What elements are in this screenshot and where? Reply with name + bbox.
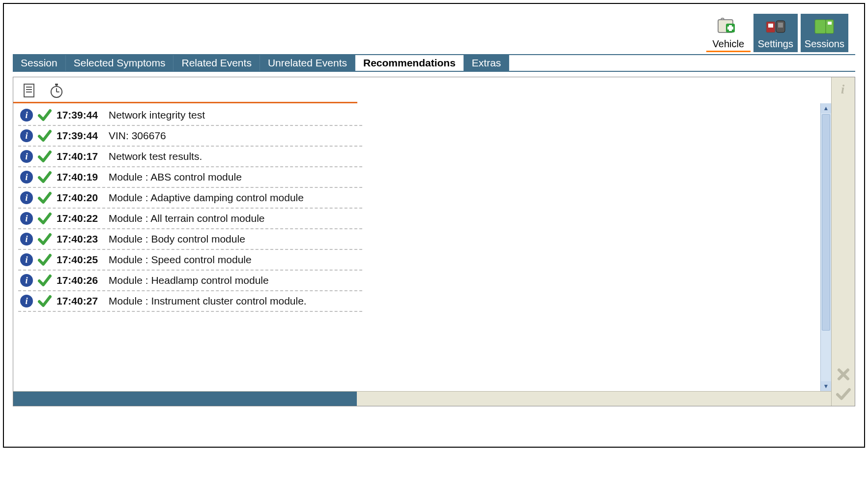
tab-unrelated-events[interactable]: Unrelated Events (260, 55, 355, 71)
status-check-icon (38, 232, 52, 246)
results-header (13, 77, 357, 103)
log-row[interactable]: i17:40:20Module : Adaptive damping contr… (18, 188, 362, 209)
status-check-icon (38, 150, 52, 163)
vehicle-diagnostic-icon (717, 16, 740, 37)
module-tab-label: Settings (758, 38, 793, 50)
log-time: 17:40:26 (57, 275, 104, 286)
results-list-wrap: i17:39:44Network integrity testi17:39:44… (13, 103, 831, 391)
info-icon[interactable]: i (20, 150, 33, 163)
sessions-icon (813, 16, 836, 37)
svg-rect-10 (828, 22, 832, 25)
log-description: Module : Speed control module (109, 254, 360, 266)
info-icon[interactable]: i (20, 253, 33, 266)
tab-recommendations[interactable]: Recommendations (355, 55, 464, 71)
module-tab-strip: Vehicle Settings Sessions (13, 14, 855, 52)
module-tab-vehicle[interactable]: Vehicle (706, 14, 751, 52)
log-time: 17:39:44 (57, 130, 104, 142)
info-icon[interactable]: i (20, 129, 33, 142)
work-area: i17:39:44Network integrity testi17:39:44… (13, 77, 855, 406)
info-icon[interactable]: i (20, 274, 33, 287)
log-time: 17:40:22 (57, 213, 104, 224)
log-row[interactable]: i17:39:44VIN: 306676 (18, 126, 362, 147)
log-row[interactable]: i17:40:27Module : Instrument cluster con… (18, 291, 362, 312)
tab-bar-spacer (509, 55, 855, 71)
svg-rect-8 (815, 20, 826, 33)
stopwatch-icon (50, 82, 63, 99)
info-icon[interactable]: i (20, 109, 33, 122)
svg-text:i: i (841, 83, 845, 95)
log-row[interactable]: i17:40:25Module : Speed control module (18, 250, 362, 271)
tab-selected-symptoms[interactable]: Selected Symptoms (66, 55, 174, 71)
tab-session[interactable]: Session (13, 55, 66, 71)
log-row[interactable]: i17:39:44Network integrity test (18, 105, 362, 126)
status-check-icon (38, 253, 52, 267)
main-tab-bar: Session Selected Symptoms Related Events… (13, 54, 855, 72)
document-icon (22, 83, 36, 98)
status-check-icon (38, 294, 52, 308)
scroll-down-arrow-icon[interactable]: ▼ (821, 381, 831, 391)
log-row[interactable]: i17:40:22Module : All terrain control mo… (18, 209, 362, 229)
module-tab-settings[interactable]: Settings (753, 14, 798, 52)
tab-extras[interactable]: Extras (464, 55, 510, 71)
log-description: VIN: 306676 (109, 130, 360, 142)
log-time: 17:40:17 (57, 151, 104, 162)
vertical-scrollbar[interactable]: ▲ ▼ (820, 103, 831, 391)
log-description: Network integrity test (109, 109, 360, 121)
log-row[interactable]: i17:40:23Module : Body control module (18, 229, 362, 250)
svg-rect-5 (768, 24, 773, 28)
log-description: Module : Instrument cluster control modu… (109, 295, 360, 307)
info-icon[interactable]: i (20, 191, 33, 204)
cancel-button[interactable] (836, 367, 851, 382)
log-time: 17:40:25 (57, 254, 104, 266)
svg-rect-3 (727, 27, 733, 30)
status-check-icon (38, 170, 52, 184)
log-time: 17:40:27 (57, 295, 104, 307)
log-description: Module : All terrain control module (109, 213, 360, 224)
log-description: Module : ABS control module (109, 171, 360, 183)
log-row[interactable]: i17:40:26Module : Headlamp control modul… (18, 271, 362, 291)
settings-device-icon (764, 16, 787, 37)
info-icon[interactable]: i (20, 233, 33, 245)
results-panel: i17:39:44Network integrity testi17:39:44… (13, 77, 831, 406)
log-time: 17:40:23 (57, 233, 104, 245)
log-description: Module : Headlamp control module (109, 275, 360, 286)
log-description: Network test results. (109, 151, 360, 162)
status-check-icon (38, 191, 52, 205)
status-check-icon (38, 274, 52, 287)
log-description: Module : Adaptive damping control module (109, 192, 360, 204)
log-description: Module : Body control module (109, 233, 360, 245)
app-frame: Vehicle Settings Sessions (3, 3, 865, 448)
log-time: 17:40:20 (57, 192, 104, 204)
log-row[interactable]: i17:40:17Network test results. (18, 147, 362, 167)
results-list: i17:39:44Network integrity testi17:39:44… (13, 103, 820, 391)
tab-related-events[interactable]: Related Events (174, 55, 260, 71)
scroll-up-arrow-icon[interactable]: ▲ (821, 103, 831, 113)
log-time: 17:40:19 (57, 171, 104, 183)
status-check-icon (38, 108, 52, 122)
log-time: 17:39:44 (57, 109, 104, 121)
progress-fill (13, 392, 357, 406)
info-icon[interactable]: i (20, 171, 33, 183)
scroll-thumb[interactable] (822, 114, 830, 331)
module-tab-sessions[interactable]: Sessions (801, 14, 848, 52)
progress-bar (13, 391, 831, 406)
info-icon[interactable]: i (20, 295, 33, 307)
status-check-icon (38, 129, 52, 143)
log-row[interactable]: i17:40:19Module : ABS control module (18, 167, 362, 188)
info-button[interactable]: i (836, 81, 851, 97)
svg-rect-11 (24, 84, 34, 97)
info-icon[interactable]: i (20, 212, 33, 225)
module-tab-label: Vehicle (713, 38, 745, 50)
svg-rect-7 (778, 23, 783, 28)
confirm-button[interactable] (836, 386, 851, 402)
module-tab-label: Sessions (805, 38, 844, 50)
svg-rect-16 (55, 84, 58, 86)
action-sidebar: i (831, 77, 855, 406)
status-check-icon (38, 212, 52, 225)
